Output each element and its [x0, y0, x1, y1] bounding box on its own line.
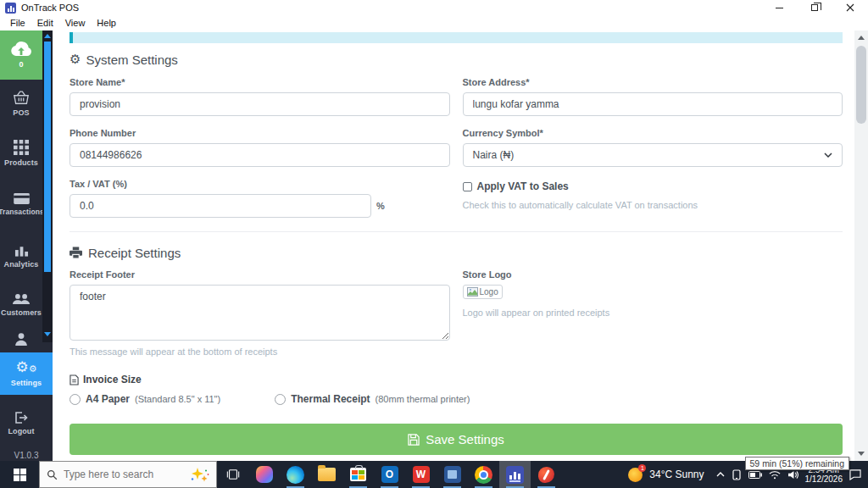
- receipt-footer-label: Receipt Footer: [70, 269, 450, 280]
- scroll-up-icon[interactable]: [858, 36, 865, 40]
- scrollbar-thumb[interactable]: [44, 42, 51, 272]
- weather-icon[interactable]: 1: [628, 468, 643, 482]
- system-settings-heading: ⚙ System Settings: [70, 53, 843, 67]
- taskbar-app-copilot[interactable]: [248, 461, 280, 488]
- sidebar-item-settings[interactable]: ⚙⚙ Settings: [0, 352, 53, 395]
- tray-expand-chevron-icon[interactable]: [716, 472, 725, 477]
- a4-paper-radio[interactable]: [70, 394, 81, 405]
- restore-icon: [811, 4, 818, 11]
- thermal-receipt-radio[interactable]: [275, 394, 286, 405]
- sidebar-item-sync[interactable]: 0: [0, 30, 42, 80]
- action-center-icon[interactable]: [849, 469, 861, 480]
- card-icon: [14, 193, 30, 204]
- taskbar-app-chrome[interactable]: [468, 461, 499, 488]
- apply-vat-checkbox[interactable]: [463, 182, 472, 191]
- copilot-icon: [256, 466, 273, 483]
- windows-logo-icon: [14, 469, 26, 481]
- sparkle-icon: [187, 467, 209, 482]
- taskbar-app-store[interactable]: [342, 461, 374, 488]
- task-view-button[interactable]: [217, 461, 248, 488]
- a4-paper-option[interactable]: A4 Paper (Standard 8.5" x 11"): [70, 393, 220, 405]
- gears-icon: ⚙⚙: [15, 361, 36, 375]
- taskbar-app-ontrack-pos[interactable]: [499, 461, 531, 488]
- save-settings-button[interactable]: Save Settings: [70, 424, 843, 455]
- taskbar-app-outlook[interactable]: O: [374, 461, 405, 488]
- menu-view[interactable]: View: [59, 16, 92, 30]
- wps-office-icon: W: [413, 466, 430, 483]
- sidebar-item-analytics[interactable]: Analytics: [0, 237, 42, 276]
- tax-label: Tax / VAT (%): [70, 179, 450, 189]
- phone-input[interactable]: [70, 143, 450, 167]
- edge-icon: [287, 466, 304, 484]
- logo-help-text: Logo will appear on printed receipts: [463, 308, 843, 318]
- widgets-icon: [444, 466, 461, 483]
- weather-text[interactable]: 34°C Sunny: [649, 469, 704, 480]
- chrome-icon: [475, 466, 492, 484]
- sidebar-item-pos[interactable]: POS: [0, 85, 42, 122]
- wifi-icon[interactable]: [769, 470, 781, 480]
- scroll-down-icon[interactable]: [44, 332, 51, 336]
- settings-page: ⚙ System Settings Store Name* Store Addr…: [53, 30, 854, 461]
- start-button[interactable]: [0, 461, 39, 488]
- currency-select[interactable]: Naira (₦): [463, 143, 843, 167]
- sidebar-item-products[interactable]: Products: [0, 134, 42, 173]
- gear-icon: ⚙: [70, 53, 81, 66]
- scrollbar-thumb[interactable]: [856, 46, 866, 124]
- taskbar-search[interactable]: [39, 461, 217, 488]
- content-scrollbar[interactable]: [854, 30, 868, 461]
- taskbar-app-wps[interactable]: W: [405, 461, 437, 488]
- sidebar-item-transactions[interactable]: Transactions: [0, 185, 42, 224]
- sidebar-item-account[interactable]: [0, 327, 42, 351]
- minimize-button[interactable]: [761, 0, 797, 15]
- thermal-receipt-option[interactable]: Thermal Receipt (80mm thermal printer): [275, 393, 470, 405]
- clock-date: 1/12/2026: [805, 474, 843, 484]
- grid-icon: [14, 140, 29, 155]
- scroll-up-icon[interactable]: [44, 34, 51, 38]
- bar-chart-icon: [14, 245, 29, 257]
- store-address-label: Store Address*: [463, 77, 843, 87]
- floppy-icon: [408, 434, 420, 446]
- sidebar-item-label: Products: [4, 158, 38, 167]
- taskbar-app-explorer[interactable]: [311, 461, 342, 488]
- phone-label: Phone Number: [70, 128, 450, 138]
- taskbar-app-edge[interactable]: [280, 461, 311, 488]
- sidebar-item-customers[interactable]: Customers: [0, 286, 42, 324]
- phone-link-icon[interactable]: [732, 469, 742, 480]
- close-button[interactable]: [832, 0, 868, 15]
- restore-button[interactable]: [797, 0, 832, 15]
- window-title: OnTrack POS: [21, 3, 79, 13]
- search-input[interactable]: [64, 469, 181, 480]
- sidebar-item-logout[interactable]: Logout: [0, 405, 42, 442]
- section-divider: [70, 231, 843, 232]
- task-view-icon: [226, 469, 240, 480]
- percent-suffix: %: [376, 201, 385, 211]
- taskbar-app-misc[interactable]: [531, 461, 562, 488]
- file-explorer-icon: [318, 468, 336, 481]
- sidebar-scrollbar[interactable]: [42, 30, 53, 342]
- taskbar: O W 1 34°C Sunny 2:54 AM 1/12/2026: [0, 461, 868, 488]
- battery-icon[interactable]: [748, 471, 762, 479]
- store-logo-label: Store Logo: [463, 269, 843, 280]
- scroll-down-icon[interactable]: [858, 452, 865, 456]
- store-logo-broken-image[interactable]: Logo: [463, 285, 503, 299]
- vat-help-text: Check this to automatically calculate VA…: [463, 200, 843, 210]
- notification-badge: 1: [638, 464, 646, 472]
- basket-icon: [13, 90, 30, 105]
- broken-image-icon: [467, 287, 478, 297]
- menu-edit[interactable]: Edit: [31, 16, 59, 30]
- receipt-footer-textarea[interactable]: footer: [70, 285, 450, 341]
- logout-icon: [14, 412, 28, 424]
- menu-help[interactable]: Help: [91, 16, 122, 30]
- people-icon: [13, 293, 30, 305]
- sidebar-item-label: POS: [13, 108, 29, 117]
- taskbar-app-widgets[interactable]: [437, 461, 468, 488]
- person-icon: [14, 332, 28, 346]
- document-icon: [70, 374, 79, 385]
- store-address-input[interactable]: [463, 92, 843, 116]
- menu-file[interactable]: File: [4, 16, 31, 30]
- store-name-input[interactable]: [70, 92, 450, 116]
- sidebar-item-label: Settings: [11, 379, 42, 387]
- sidebar: 0 POS Products: [0, 30, 53, 461]
- tax-input[interactable]: [70, 194, 371, 218]
- volume-icon[interactable]: [787, 470, 798, 480]
